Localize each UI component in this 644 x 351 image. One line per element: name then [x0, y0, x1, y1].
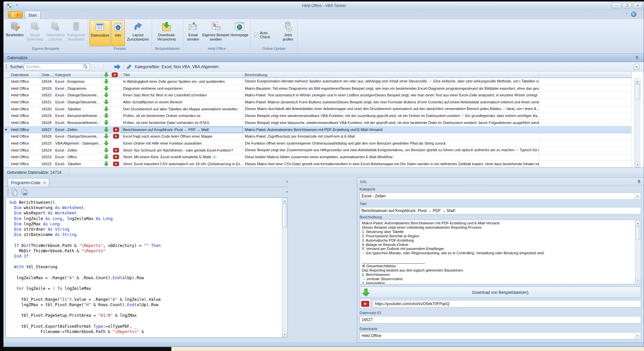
table-row[interactable]: Held Office16528Excel - Benutzerdefinier… — [4, 119, 644, 126]
table-row[interactable]: Held Office16529Excel - Benutzerdefinier… — [4, 112, 644, 119]
pin-icon[interactable] — [637, 179, 641, 184]
undo-icon — [132, 21, 144, 32]
search-input[interactable] — [24, 63, 90, 70]
table-row[interactable]: Held Office16524Excel - Zellen Short: Nu… — [4, 147, 644, 154]
tab-list-dropdown-icon[interactable]: ▾ — [286, 180, 288, 183]
grid-scrollbar[interactable]: ▲ ▼ — [634, 78, 640, 168]
cell-empty — [539, 112, 632, 119]
pin-icon[interactable] — [635, 56, 639, 60]
scroll-down-icon[interactable]: ▼ — [636, 278, 640, 283]
filter-pin-icon[interactable] — [127, 64, 132, 70]
table-row[interactable]: Held Office16533Excel - Diagramme Diagra… — [4, 85, 644, 92]
code-panel: Programm-Code ✕ ▾ — [5, 178, 288, 343]
datensatz-id-field[interactable]: 16527 — [360, 316, 641, 323]
youtube-button[interactable] — [360, 299, 371, 309]
filter-dropdown-icon[interactable]: ▼ — [634, 64, 640, 70]
table-row[interactable]: Held Office16526Excel - Dialoge/Steuerel… — [4, 133, 644, 140]
chevron-down-icon: ▾ — [17, 13, 18, 16]
close-tab-icon[interactable]: ✕ — [43, 181, 46, 184]
download-examples-row[interactable]: Download von Beispieldatei(en) — [360, 287, 641, 298]
copy-code-with-header-button[interactable] — [20, 188, 29, 196]
divider — [69, 169, 69, 176]
scroll-up-icon[interactable]: ▲ — [282, 198, 287, 203]
column-header-youtube-icon[interactable]: .. — [111, 71, 121, 78]
restore-button[interactable]: ❐ — [622, 3, 632, 8]
grid-body: Held Office16534Excel - Ereignisse In Ab… — [4, 78, 644, 168]
scroll-down-icon[interactable]: ▼ — [635, 162, 640, 167]
column-header-beschreibung[interactable]: Beschreibung — [243, 71, 539, 78]
beschreibung-scrollbar[interactable]: ▲ ▼ — [635, 220, 640, 284]
table-row[interactable]: ▶Held Office16527Excel - Zellen Berichts… — [4, 126, 644, 133]
column-header-titel[interactable]: Titel — [121, 71, 243, 78]
close-button[interactable]: ✕ — [633, 3, 642, 8]
column-header-empty[interactable] — [539, 71, 632, 78]
vba-code-editor[interactable]: Sub Berichtswesen() Dim wksSteuerung As … — [6, 197, 288, 338]
beschreibung-textbox[interactable]: Makro-Paket: Automatisiertes Berichtswes… — [360, 220, 641, 284]
ribbon-group-beispieldateien: Download- VerzeichnisBeispieldateien — [152, 19, 183, 52]
table-row[interactable]: Held Office16522Excel - Tabellen Short: … — [4, 161, 644, 168]
cell-kategorie: VBA Allgemein - Dateioper... — [54, 140, 102, 147]
scroll-up-icon[interactable]: ▲ — [636, 221, 640, 226]
copy-code-button[interactable] — [10, 188, 19, 196]
kategorie-combobox[interactable]: Excel - Zellen ▼ — [360, 192, 641, 200]
code-scrollbar[interactable]: ▲ ▼ — [282, 198, 287, 337]
column-header-datenbank[interactable]: Datenbank — [9, 71, 40, 78]
header-indicator[interactable] — [4, 71, 9, 78]
toolbar-grip[interactable] — [6, 64, 7, 69]
youtube-url-field[interactable]: https://youtube.com/shorts/O5ek70FPqoQ — [373, 300, 641, 307]
apply-filter-arrow-icon[interactable] — [114, 64, 121, 69]
panel-title: Datensätze — [7, 56, 28, 60]
ribbon-button-info[interactable]: iInfo — [111, 20, 125, 46]
chevron-down-icon[interactable]: ▼ — [635, 333, 640, 339]
ribbon-group-eigene-beispiele: Bearbeiten Neuer Datensatz Datensätze Lö… — [4, 19, 88, 52]
table-row[interactable]: Held Office16523Excel - Office Short: Mi… — [4, 154, 644, 161]
collapse-ribbon-icon[interactable]: ⌃ — [625, 13, 628, 16]
code-line — [9, 307, 287, 313]
datensaetze-panel-header: Datensätze — [4, 54, 644, 62]
scrollbar-thumb[interactable] — [635, 84, 640, 99]
cell-kategorie: Excel - Dialoge/Steuerele... — [54, 99, 102, 106]
application-menu-button[interactable]: ▾ — [8, 11, 23, 18]
auto-check-checkbox[interactable]: ✓Auto-Check — [254, 32, 277, 38]
ribbon-button-datens-tze[interactable]: Datensätze — [89, 20, 110, 46]
column-header-datensatz-id[interactable]: Date... — [40, 71, 54, 78]
ribbon-tab-row: ▾ Start ⌃ i — [4, 10, 644, 19]
chevron-down-icon[interactable]: ▼ — [635, 193, 640, 199]
datenbank-combobox[interactable]: Held Office ▼ — [360, 332, 641, 339]
table-row[interactable]: Held Office16532Excel - Dialoge/Steuerel… — [4, 92, 644, 99]
ribbon-button-layout-zur-cksetzen[interactable]: Layout Zurücksetzen — [125, 20, 150, 46]
table-row[interactable]: Held Office16531Excel - Dialoge/Steuerel… — [4, 99, 644, 106]
minimize-button[interactable]: ─ — [612, 3, 621, 8]
column-header-download-icon[interactable] — [102, 71, 111, 78]
row-indicator — [4, 133, 9, 140]
cell-datensatz-id: 16527 — [40, 126, 54, 133]
youtube-icon — [111, 133, 121, 140]
code-line: Dim wksReport As Worksheet — [9, 210, 287, 216]
table-row[interactable]: Held Office16530Excel - Tabellen Den Dru… — [4, 106, 644, 113]
app-menu-icon — [12, 13, 16, 17]
ribbon-button-bearbeiten[interactable]: Bearbeiten — [5, 20, 25, 46]
tab-programm-code[interactable]: Programm-Code ✕ — [8, 178, 49, 187]
toolbar-grip[interactable] — [7, 189, 9, 195]
code-line — [9, 291, 287, 296]
search-icon[interactable] — [83, 64, 88, 69]
help-icon[interactable]: i — [631, 12, 636, 17]
ribbon-button-eigenes-beispiel-senden[interactable]: Eigenes Beispiel senden — [202, 20, 230, 46]
toolbar-overflow-icon[interactable]: ▾ — [286, 190, 288, 193]
column-header-kategorie[interactable]: Kategorie — [54, 71, 102, 78]
ribbon-button-download-verzeichnis[interactable]: Download- Verzeichnis — [153, 20, 180, 46]
scroll-up-icon[interactable]: ▲ — [635, 78, 640, 84]
ribbon-button-jetzt-pr-fen[interactable]: Jetzt prüfen — [280, 20, 296, 46]
ribbon-button-homepage[interactable]: Homepage — [230, 20, 249, 46]
cell-datensatz-id: 16531 — [40, 99, 54, 106]
cell-titel: Prüfen, ob ein bestimmter Ordner vorhand… — [121, 112, 243, 119]
tab-start[interactable]: Start — [25, 11, 41, 19]
scroll-down-icon[interactable]: ▼ — [282, 332, 287, 337]
ribbon-button-email-senden[interactable]: Email senden — [185, 20, 202, 46]
table-row[interactable]: Held Office16534Excel - Ereignisse In Ab… — [4, 78, 644, 85]
scrollbar-thumb[interactable] — [636, 227, 640, 239]
table-row[interactable]: Held Office16525VBA Allgemein - Dateiope… — [4, 140, 644, 147]
button-label: Layout Zurücksetzen — [125, 33, 150, 42]
titel-field[interactable]: Berichtswesen auf Knopfdruck: Pivot → PD… — [360, 207, 641, 214]
scrollbar-thumb[interactable] — [282, 204, 287, 227]
